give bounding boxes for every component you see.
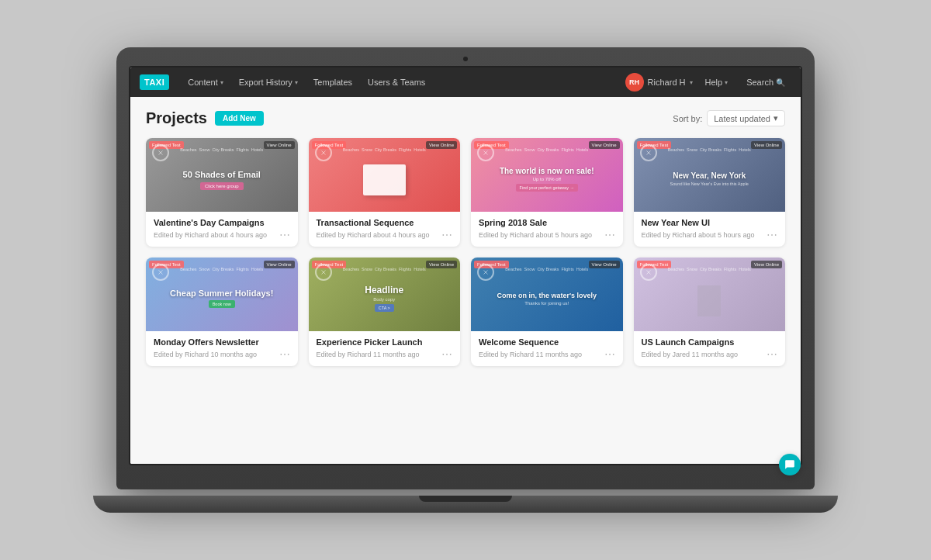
card-meta-row: Edited by Richard about 4 hours ago ⋯ xyxy=(154,230,290,240)
card-meta-row: Edited by Richard 11 months ago ⋯ xyxy=(479,349,615,360)
card-thumbnail: Followed Test View Online BeachesSnowCit… xyxy=(634,258,786,331)
thumb-headline: Cheap Summer Holidays! xyxy=(164,289,279,298)
card-title: Valentine's Day Campaigns xyxy=(154,218,290,227)
thumb-content: New Year, New York Sound like New Year's… xyxy=(634,138,786,212)
more-options-icon[interactable]: ⋯ xyxy=(604,230,615,240)
more-options-icon[interactable]: ⋯ xyxy=(767,349,777,360)
thumb-headline: Headline xyxy=(358,285,410,296)
no-icon xyxy=(315,264,332,281)
page-title: Projects xyxy=(146,109,207,127)
thumb-content xyxy=(634,258,786,331)
screen: TAXI Content ▾ Export History ▾ Template… xyxy=(129,66,802,465)
more-options-icon[interactable]: ⋯ xyxy=(441,230,452,240)
chevron-down-icon: ▾ xyxy=(725,79,728,86)
more-options-icon[interactable]: ⋯ xyxy=(279,230,290,240)
page-header: Projects Add New Sort by: Latest updated… xyxy=(146,109,785,127)
nav-content[interactable]: Content ▾ xyxy=(182,74,230,90)
page-title-row: Projects Add New xyxy=(146,109,264,127)
card-title: Spring 2018 Sale xyxy=(479,218,615,227)
taxi-logo[interactable]: TAXI xyxy=(140,74,169,90)
thumb-headline: The world is now on sale! xyxy=(493,167,600,175)
thumb-cta: Click here group xyxy=(200,182,244,190)
thumb-content: The world is now on sale! Up to 70% off … xyxy=(471,138,623,212)
card-body: Experience Picker Launch Edited by Richa… xyxy=(309,331,461,366)
no-icon xyxy=(152,144,169,161)
sort-label: Sort by: xyxy=(673,114,702,123)
card-meta-row: Edited by Jared 11 months ago ⋯ xyxy=(642,349,778,360)
card-meta: Edited by Richard about 4 hours ago xyxy=(154,231,267,239)
no-icon xyxy=(315,144,332,161)
thumb-content xyxy=(309,138,461,212)
project-card[interactable]: Followed Test View Online BeachesSnowCit… xyxy=(146,258,298,366)
more-options-icon[interactable]: ⋯ xyxy=(279,349,290,360)
thumb-content: Headline Body copy CTA > xyxy=(309,258,461,331)
card-body: Transactional Sequence Edited by Richard… xyxy=(309,212,461,247)
card-body: US Launch Campaigns Edited by Jared 11 m… xyxy=(634,331,786,366)
card-title: Experience Picker Launch xyxy=(317,337,453,347)
card-title: Welcome Sequence xyxy=(479,337,615,347)
card-meta-row: Edited by Richard about 5 hours ago ⋯ xyxy=(642,230,778,240)
sort-row: Sort by: Latest updated ▾ xyxy=(673,110,785,126)
card-meta: Edited by Richard about 5 hours ago xyxy=(479,231,592,239)
avatar: RH xyxy=(625,73,644,92)
card-thumbnail: Followed Test View Online BeachesSnowCit… xyxy=(471,258,623,331)
card-meta: Edited by Jared 11 months ago xyxy=(642,351,739,358)
main-content: Projects Add New Sort by: Latest updated… xyxy=(130,97,801,465)
more-options-icon[interactable]: ⋯ xyxy=(441,349,452,360)
card-meta: Edited by Richard about 4 hours ago xyxy=(317,231,430,239)
card-meta-row: Edited by Richard about 4 hours ago ⋯ xyxy=(317,230,453,240)
chevron-down-icon: ▾ xyxy=(774,113,778,123)
card-thumbnail: Followed Test View Online BeachesSnowCit… xyxy=(146,258,298,331)
projects-grid: Followed Test View Online BeachesSnowCit… xyxy=(146,138,785,366)
project-card[interactable]: Followed Test View Online BeachesSnowCit… xyxy=(471,138,623,247)
more-options-icon[interactable]: ⋯ xyxy=(604,349,615,360)
laptop-base xyxy=(93,496,838,513)
project-card[interactable]: Followed Test View Online BeachesSnowCit… xyxy=(309,258,461,366)
add-new-button[interactable]: Add New xyxy=(215,111,264,126)
nav-export-history[interactable]: Export History ▾ xyxy=(233,74,304,90)
chevron-down-icon: ▾ xyxy=(295,79,298,86)
card-thumbnail: Followed Test View Online BeachesSnowCit… xyxy=(146,138,298,212)
project-card[interactable]: Followed Test View Online BeachesSnowCit… xyxy=(634,138,786,247)
sort-dropdown[interactable]: Latest updated ▾ xyxy=(707,110,785,126)
thumb-headline: Come on in, the water's lovely xyxy=(490,292,603,299)
nav-right: RH Richard H ▾ Help ▾ Search 🔍 xyxy=(625,73,791,92)
more-options-icon[interactable]: ⋯ xyxy=(767,230,777,240)
nav-items: Content ▾ Export History ▾ Templates Use… xyxy=(182,74,625,90)
user-menu[interactable]: RH Richard H ▾ xyxy=(625,73,693,92)
thumb-content: Come on in, the water's lovely Thanks fo… xyxy=(471,258,623,331)
no-icon xyxy=(640,264,657,281)
project-card[interactable]: Followed Test View Online BeachesSnowCit… xyxy=(634,258,786,366)
card-thumbnail: Followed Test View Online BeachesSnowCit… xyxy=(634,138,786,212)
card-body: Valentine's Day Campaigns Edited by Rich… xyxy=(146,212,298,247)
card-title: New Year New UI xyxy=(642,218,778,227)
card-meta-row: Edited by Richard about 5 hours ago ⋯ xyxy=(479,230,615,240)
project-card[interactable]: Followed Test View Online BeachesSnowCit… xyxy=(309,138,461,247)
card-title: Monday Offers Newsletter xyxy=(154,337,290,347)
project-card[interactable]: Followed Test View Online BeachesSnowCit… xyxy=(146,138,298,247)
card-meta-row: Edited by Richard 10 months ago ⋯ xyxy=(154,349,290,360)
card-meta: Edited by Richard 10 months ago xyxy=(154,351,257,358)
card-meta-row: Edited by Richard 11 months ago ⋯ xyxy=(317,349,453,360)
card-meta: Edited by Richard 11 months ago xyxy=(317,351,420,358)
no-icon xyxy=(477,144,494,161)
card-title: Transactional Sequence xyxy=(317,218,453,227)
nav-templates[interactable]: Templates xyxy=(307,74,358,90)
project-card[interactable]: Followed Test View Online BeachesSnowCit… xyxy=(471,258,623,366)
card-meta: Edited by Richard 11 months ago xyxy=(479,351,582,358)
chevron-down-icon: ▾ xyxy=(690,79,693,86)
card-body: Monday Offers Newsletter Edited by Richa… xyxy=(146,331,298,366)
card-meta: Edited by Richard about 5 hours ago xyxy=(642,231,755,239)
card-title: US Launch Campaigns xyxy=(642,337,778,347)
nav-help[interactable]: Help ▾ xyxy=(699,74,735,90)
no-icon xyxy=(477,264,494,281)
nav-users-teams[interactable]: Users & Teams xyxy=(362,74,431,90)
camera-dot xyxy=(463,57,468,61)
search-icon: 🔍 xyxy=(776,78,785,87)
thumb-content: Cheap Summer Holidays! Book now xyxy=(146,258,298,331)
card-thumbnail: Followed Test View Online BeachesSnowCit… xyxy=(309,258,461,331)
card-body: Spring 2018 Sale Edited by Richard about… xyxy=(471,212,623,247)
card-thumbnail: Followed Test View Online BeachesSnowCit… xyxy=(309,138,461,212)
card-body: Welcome Sequence Edited by Richard 11 mo… xyxy=(471,331,623,366)
nav-search[interactable]: Search 🔍 xyxy=(740,74,791,90)
